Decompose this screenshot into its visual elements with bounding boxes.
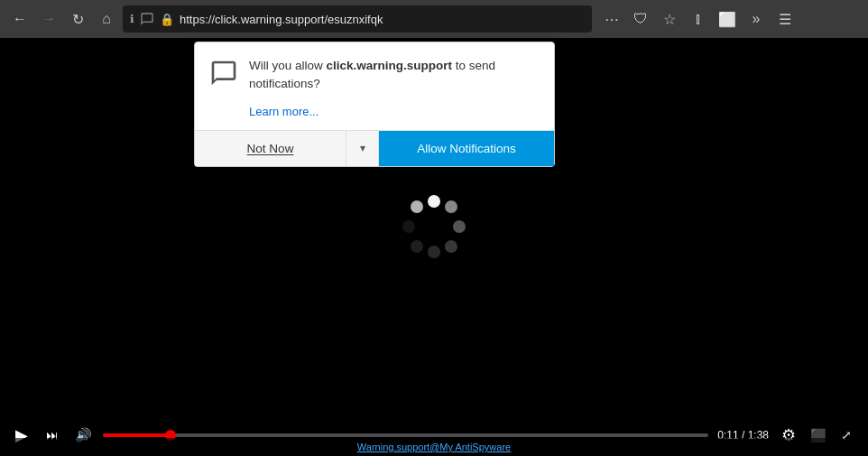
star-button[interactable]: ☆ [657, 6, 682, 32]
shield-button[interactable]: 🛡 [628, 6, 653, 32]
chat-icon [140, 12, 154, 26]
popup-body: Will you allow click.warning.support to … [195, 42, 554, 101]
learn-more-link[interactable]: Learn more... [249, 105, 319, 118]
svg-point-2 [453, 220, 466, 233]
more-button[interactable]: » [743, 6, 769, 32]
svg-point-6 [402, 220, 415, 233]
url-display: https://click.warning.support/esuznxifqk [180, 13, 585, 26]
popup-actions: Not Now ▾ Allow Notifications [195, 130, 554, 166]
bottom-label-bar: Warning.support@My AntiSpyware [0, 438, 868, 456]
browser-toolbar: ← → ↻ ⌂ ℹ 🔒 https://click.warning.suppor… [0, 0, 868, 38]
popup-learn-more-section: Learn more... [195, 101, 554, 130]
menu-dots-icon: ⋯ [605, 11, 619, 28]
reader-icon: ⬜ [718, 11, 736, 28]
svg-point-5 [411, 240, 423, 253]
forward-button[interactable]: → [36, 6, 61, 32]
svg-point-4 [428, 246, 440, 258]
not-now-dropdown-button[interactable]: ▾ [346, 131, 379, 166]
svg-point-7 [411, 200, 423, 213]
progress-bar[interactable] [103, 433, 708, 437]
hamburger-button[interactable]: ☰ [772, 6, 798, 32]
forward-icon: → [42, 11, 56, 27]
back-button[interactable]: ← [7, 6, 32, 32]
reader-button[interactable]: ⬜ [715, 6, 740, 32]
more-icon: » [753, 11, 761, 27]
reload-button[interactable]: ↻ [65, 6, 90, 32]
svg-point-1 [445, 200, 457, 213]
hamburger-icon: ☰ [779, 11, 791, 28]
notification-popup: Will you allow click.warning.support to … [194, 42, 555, 167]
not-now-button[interactable]: Not Now [195, 131, 346, 166]
home-button[interactable]: ⌂ [94, 6, 119, 32]
toolbar-right: ⋯ 🛡 ☆ ⫿ ⬜ » ☰ [599, 6, 798, 32]
progress-fill [103, 433, 171, 437]
svg-point-0 [428, 195, 440, 208]
shield-icon: 🛡 [633, 11, 648, 27]
reload-icon: ↻ [72, 11, 84, 28]
address-bar[interactable]: ℹ 🔒 https://click.warning.support/esuznx… [123, 5, 592, 33]
library-icon: ⫿ [695, 11, 702, 27]
popup-site: click.warning.support [327, 59, 453, 72]
star-icon: ☆ [663, 11, 676, 28]
popup-prefix: Will you allow [249, 59, 327, 72]
svg-point-3 [445, 240, 457, 253]
secure-icon: 🔒 [160, 13, 174, 26]
library-button[interactable]: ⫿ [686, 6, 711, 32]
info-icon: ℹ [130, 13, 134, 25]
home-icon: ⌂ [102, 11, 111, 27]
popup-message: Will you allow click.warning.support to … [249, 57, 540, 94]
notification-bell-icon [209, 59, 238, 88]
menu-dots-button[interactable]: ⋯ [599, 6, 624, 32]
back-icon: ← [13, 11, 27, 27]
loading-spinner [398, 191, 470, 263]
content-area: Will you allow click.warning.support to … [0, 38, 868, 456]
bottom-label-link[interactable]: Warning.support@My AntiSpyware [357, 442, 511, 452]
allow-notifications-button[interactable]: Allow Notifications [379, 131, 554, 166]
